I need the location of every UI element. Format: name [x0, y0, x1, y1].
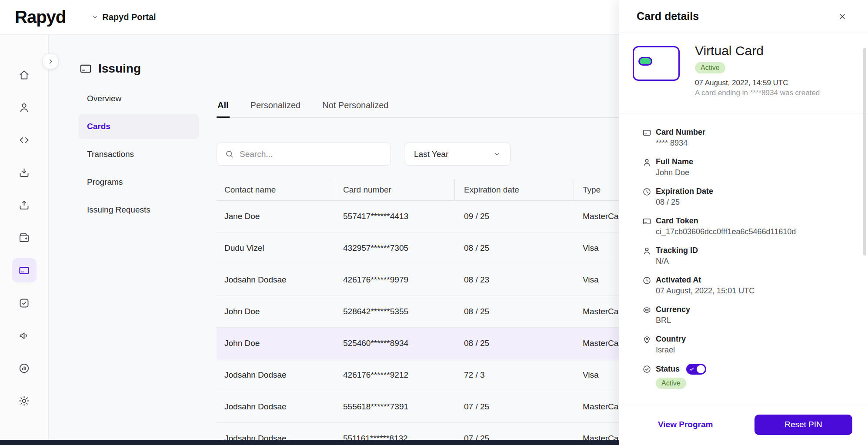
subnav-item-transactions[interactable]: Transactions — [78, 142, 199, 167]
coin-icon — [642, 305, 656, 326]
column-header-expiration-date: Expiration date — [455, 179, 574, 200]
tab-not-personalized[interactable]: Not Personalized — [321, 93, 389, 117]
card-details-list: Card Number**** 8934 Full NameJohn Doe E… — [619, 113, 868, 389]
search-icon — [225, 149, 234, 159]
tab-all[interactable]: All — [217, 93, 230, 117]
view-program-button[interactable]: View Program — [658, 420, 713, 429]
clock-icon — [642, 275, 656, 296]
cell-expiration-date: 08 / 23 — [455, 264, 574, 296]
search-input[interactable] — [240, 149, 383, 159]
card-info: Virtual Card Active 07 August, 2022, 14:… — [695, 43, 820, 97]
cell-type: MasterCard — [574, 328, 619, 359]
inbox-up-icon[interactable] — [12, 193, 37, 217]
table-row[interactable]: John Doe 528642******5355 08 / 25 Master… — [217, 296, 619, 328]
close-icon — [838, 12, 847, 21]
clock-icon — [642, 186, 656, 208]
cell-expiration-date: 08 / 25 — [455, 232, 574, 264]
cell-contact-name: Dudu Vizel — [217, 232, 336, 264]
megaphone-icon[interactable] — [12, 323, 37, 348]
cell-card-number: 528642******5355 — [336, 296, 455, 327]
detail-activated-at: Activated At07 August, 2022, 15:01 UTC — [642, 275, 851, 296]
tab-personalized[interactable]: Personalized — [250, 93, 302, 117]
drawer-footer: View Program Reset PIN — [619, 404, 868, 445]
status-toggle[interactable] — [686, 364, 706, 375]
user-icon[interactable] — [12, 95, 37, 120]
detail-tracking-id: Tracking IDN/A — [642, 246, 851, 267]
cell-card-number: 557417******4413 — [336, 201, 455, 232]
cell-expiration-date: 72 / 3 — [455, 359, 574, 391]
main-content: Issuing Overview Cards Transactions Prog… — [49, 35, 619, 445]
bar-chart-icon[interactable] — [12, 356, 37, 380]
detail-card-number: Card Number**** 8934 — [642, 127, 851, 149]
portal-switcher[interactable]: Rapyd Portal — [92, 12, 156, 22]
wallet-icon[interactable] — [12, 226, 37, 250]
cell-card-number: 555618******7391 — [336, 391, 455, 422]
chevron-right-icon — [47, 58, 54, 65]
subnav-item-overview[interactable]: Overview — [78, 86, 199, 111]
detail-country: CountryIsrael — [642, 334, 851, 355]
issuing-subnav: Overview Cards Transactions Programs Iss… — [78, 86, 199, 225]
card-name: Virtual Card — [695, 43, 820, 58]
drawer-scrollbar[interactable] — [863, 48, 866, 256]
card-icon — [642, 216, 656, 237]
cell-card-number: 525460******8934 — [336, 328, 455, 359]
sidebar-expand-button[interactable] — [42, 53, 59, 70]
table-row[interactable]: Jodsahn Dodsae 426176******9212 72 / 3 V… — [217, 359, 619, 391]
cell-type: MasterCard — [574, 201, 619, 232]
cell-type: Visa — [574, 264, 619, 296]
column-header-type: Type — [574, 179, 619, 200]
card-profile: Virtual Card Active 07 August, 2022, 14:… — [619, 33, 868, 113]
home-icon[interactable] — [12, 63, 37, 87]
status-badge: Active — [695, 62, 725, 73]
cards-table: Contact name Card number Expiration date… — [217, 179, 619, 445]
detail-full-name: Full NameJohn Doe — [642, 157, 851, 178]
check-icon — [689, 366, 694, 372]
code-icon[interactable] — [12, 128, 37, 152]
shield-check-icon[interactable] — [12, 291, 37, 315]
user-icon — [642, 157, 656, 178]
sidebar — [0, 35, 49, 445]
cell-expiration-date: 08 / 25 — [455, 328, 574, 359]
table-row[interactable]: Jodsahn Dodsae 555618******7391 07 / 25 … — [217, 391, 619, 423]
cell-contact-name: John Doe — [217, 328, 336, 359]
rapyd-portal-page: Rapyd Rapyd Portal Issuing Overview Card… — [0, 0, 868, 445]
virtual-card-art — [633, 46, 680, 81]
cell-card-number: 426176******9212 — [336, 359, 455, 391]
chevron-down-icon — [493, 150, 501, 158]
status-badge: Active — [656, 378, 686, 389]
card-icon[interactable] — [12, 258, 37, 282]
detail-expiration-date: Expiration Date08 / 25 — [642, 186, 851, 208]
cell-contact-name: Jodsahn Dodsae — [217, 391, 336, 422]
card-created-at: 07 August, 2022, 14:59 UTC — [695, 79, 820, 87]
toggle-knob — [697, 365, 705, 373]
map-pin-icon — [642, 334, 656, 355]
reset-pin-button[interactable]: Reset PIN — [754, 415, 852, 435]
card-icon — [642, 127, 656, 149]
table-row[interactable]: Dudu Vizel 432957******7305 08 / 25 Visa — [217, 232, 619, 264]
column-header-card-number: Card number — [336, 179, 455, 200]
cell-expiration-date: 07 / 25 — [455, 391, 574, 422]
cell-card-number: 432957******7305 — [336, 232, 455, 264]
inbox-down-icon[interactable] — [12, 160, 37, 185]
gear-icon[interactable] — [12, 389, 37, 413]
cell-contact-name: Jodsahn Dodsae — [217, 264, 336, 296]
subnav-item-programs[interactable]: Programs — [78, 169, 199, 195]
subnav-item-issuing-requests[interactable]: Issuing Requests — [78, 197, 199, 222]
bottom-bar — [0, 440, 619, 445]
close-button[interactable] — [836, 10, 849, 23]
cell-type: Visa — [574, 359, 619, 391]
table-row-selected[interactable]: John Doe 525460******8934 08 / 25 Master… — [217, 328, 619, 359]
rapyd-logo[interactable]: Rapyd — [15, 7, 66, 27]
date-filter-select[interactable]: Last Year — [404, 143, 511, 166]
detail-status: Status Active — [642, 364, 851, 389]
card-details-drawer: Card details Virtual Card Active 07 Augu… — [619, 0, 868, 445]
table-row[interactable]: Jodsahn Dodsae 426176******9979 08 / 23 … — [217, 264, 619, 296]
card-created-note: A card ending in ****8934 was created — [695, 89, 820, 97]
subnav-item-cards[interactable]: Cards — [78, 114, 199, 139]
card-icon — [79, 62, 92, 75]
column-header-contact-name: Contact name — [217, 179, 336, 200]
drawer-title: Card details — [637, 10, 699, 23]
table-row[interactable]: Jane Doe 557417******4413 09 / 25 Master… — [217, 201, 619, 232]
cell-expiration-date: 09 / 25 — [455, 201, 574, 232]
cell-type: Visa — [574, 232, 619, 264]
